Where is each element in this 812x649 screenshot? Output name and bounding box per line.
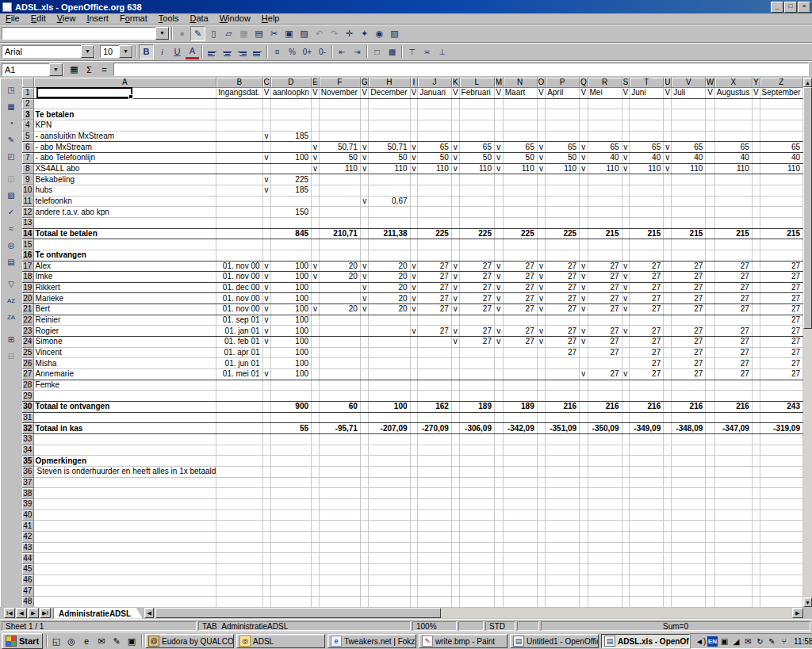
sheet-tab-administratieadsl[interactable]: AdministratieADSL bbox=[53, 608, 143, 619]
cell-Z27[interactable]: 27 bbox=[760, 369, 802, 380]
cell-Q41[interactable] bbox=[580, 521, 588, 532]
cell-M5[interactable] bbox=[494, 131, 503, 142]
cell-Q28[interactable] bbox=[580, 380, 588, 391]
cell-Q21[interactable]: v bbox=[580, 304, 588, 315]
cell-T13[interactable] bbox=[630, 217, 664, 228]
cell-D22[interactable]: 100 bbox=[270, 315, 311, 326]
cell-R33[interactable] bbox=[588, 434, 622, 445]
cell-K40[interactable] bbox=[451, 510, 459, 521]
cell-B39[interactable] bbox=[216, 498, 262, 510]
cell-X1[interactable]: Augustus bbox=[714, 88, 752, 99]
cell-B25[interactable]: 01. apr 01 bbox=[216, 347, 262, 358]
cell-L14[interactable]: 225 bbox=[459, 228, 494, 239]
cell-D18[interactable]: 100 bbox=[270, 272, 311, 283]
cell-A20[interactable]: Marieke bbox=[33, 293, 216, 304]
cell-U29[interactable] bbox=[664, 391, 672, 402]
cell-Z4[interactable] bbox=[760, 120, 802, 131]
cell-D48[interactable] bbox=[270, 596, 311, 607]
cell-W47[interactable] bbox=[706, 586, 714, 597]
cell-R22[interactable] bbox=[588, 315, 622, 326]
cell-O41[interactable] bbox=[537, 521, 545, 532]
cell-D37[interactable] bbox=[270, 477, 311, 488]
row-header-40[interactable]: 40 bbox=[22, 510, 33, 521]
cell-L7[interactable]: 50 bbox=[459, 152, 494, 163]
cell-D39[interactable] bbox=[270, 498, 311, 510]
group-icon[interactable]: ⊞ bbox=[3, 332, 19, 347]
underline-button[interactable]: U bbox=[170, 45, 184, 59]
align-center-vertical-icon[interactable]: ≍ bbox=[420, 45, 434, 59]
cell-H27[interactable] bbox=[369, 369, 410, 380]
cell-S47[interactable] bbox=[622, 586, 630, 597]
cell-M23[interactable]: v bbox=[494, 326, 503, 337]
cell-W6[interactable] bbox=[706, 142, 714, 153]
cell-R24[interactable]: 27 bbox=[588, 337, 622, 348]
cell-M12[interactable] bbox=[494, 207, 503, 218]
cell-P32[interactable]: -351,09 bbox=[546, 423, 580, 434]
cell-I31[interactable] bbox=[410, 412, 418, 423]
cell-T45[interactable] bbox=[630, 563, 664, 575]
cell-F8[interactable]: 110 bbox=[319, 163, 360, 174]
cell-V23[interactable]: 27 bbox=[672, 326, 706, 337]
cell-Z26[interactable]: 27 bbox=[760, 358, 802, 369]
cell-L24[interactable]: 27 bbox=[459, 337, 494, 348]
cell-X44[interactable] bbox=[714, 553, 752, 564]
cell-M38[interactable] bbox=[494, 488, 503, 499]
cell-X16[interactable] bbox=[714, 250, 752, 261]
cell-Y14[interactable] bbox=[752, 228, 760, 239]
cell-Z8[interactable]: 110 bbox=[760, 163, 802, 174]
percent-format-icon[interactable]: % bbox=[285, 45, 299, 59]
cell-B37[interactable] bbox=[216, 477, 262, 488]
cell-O28[interactable] bbox=[537, 380, 545, 391]
cell-L41[interactable] bbox=[459, 521, 494, 532]
cell-C15[interactable] bbox=[262, 239, 270, 250]
cell-F32[interactable]: -95,71 bbox=[319, 423, 360, 434]
cell-U32[interactable] bbox=[664, 423, 672, 434]
cell-V3[interactable] bbox=[672, 109, 706, 120]
cell-X31[interactable] bbox=[714, 412, 752, 423]
cell-G20[interactable]: v bbox=[360, 293, 368, 304]
cell-S36[interactable] bbox=[622, 466, 630, 477]
row-header-28[interactable]: 28 bbox=[22, 380, 33, 391]
cell-C17[interactable]: v bbox=[262, 261, 270, 272]
cell-P38[interactable] bbox=[546, 488, 580, 499]
font-size-combobox[interactable]: 10 ▼ bbox=[100, 45, 133, 58]
cell-L38[interactable] bbox=[459, 488, 494, 499]
cell-L10[interactable] bbox=[459, 185, 494, 196]
cell-E46[interactable] bbox=[312, 575, 320, 586]
cell-K10[interactable] bbox=[451, 185, 459, 196]
cell-F22[interactable] bbox=[319, 315, 360, 326]
cell-I44[interactable] bbox=[410, 553, 418, 564]
cell-I17[interactable]: v bbox=[410, 261, 418, 272]
cell-L20[interactable]: 27 bbox=[459, 293, 494, 304]
cell-A42[interactable] bbox=[33, 531, 216, 542]
cell-Y40[interactable] bbox=[752, 510, 760, 521]
cell-E21[interactable]: v bbox=[312, 304, 320, 315]
cell-I16[interactable] bbox=[410, 250, 418, 261]
cell-N5[interactable] bbox=[503, 131, 537, 142]
cell-E20[interactable] bbox=[312, 293, 320, 304]
cell-W17[interactable] bbox=[706, 261, 714, 272]
cell-U42[interactable] bbox=[664, 531, 672, 542]
cell-F30[interactable]: 60 bbox=[319, 402, 360, 413]
cell-R40[interactable] bbox=[588, 510, 622, 521]
cell-E13[interactable] bbox=[312, 217, 320, 228]
cell-M47[interactable] bbox=[494, 586, 503, 597]
cell-K44[interactable] bbox=[451, 553, 459, 564]
cell-R4[interactable] bbox=[588, 120, 622, 131]
cell-U35[interactable] bbox=[664, 456, 672, 467]
cell-B42[interactable] bbox=[216, 531, 262, 542]
cell-Q16[interactable] bbox=[580, 250, 588, 261]
cell-B48[interactable] bbox=[216, 596, 262, 607]
stylist-icon[interactable]: ▧ bbox=[3, 188, 19, 203]
cell-J31[interactable] bbox=[418, 412, 452, 423]
cell-Y5[interactable] bbox=[752, 131, 760, 142]
cell-C27[interactable]: v bbox=[262, 369, 270, 380]
cell-G42[interactable] bbox=[360, 531, 368, 542]
cell-I25[interactable] bbox=[410, 347, 418, 358]
cell-M31[interactable] bbox=[494, 412, 503, 423]
cell-H43[interactable] bbox=[369, 542, 410, 553]
cell-A31[interactable] bbox=[33, 412, 216, 423]
cell-Y44[interactable] bbox=[752, 553, 760, 564]
cell-B44[interactable] bbox=[216, 553, 262, 564]
cell-V28[interactable] bbox=[672, 380, 706, 391]
